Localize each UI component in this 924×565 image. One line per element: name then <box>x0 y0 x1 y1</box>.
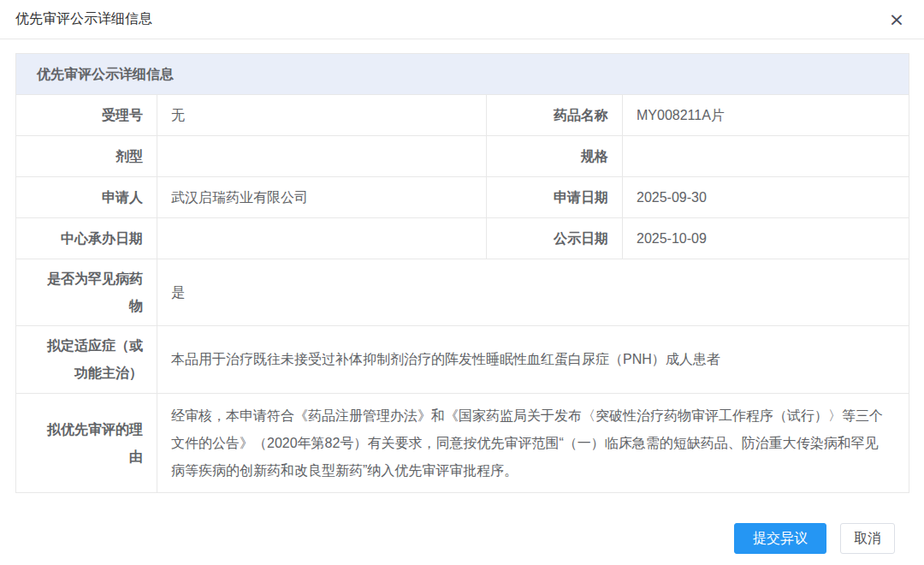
table-row: 受理号 无 药品名称 MY008211A片 <box>16 95 909 136</box>
field-label-rare-disease: 是否为罕见病药物 <box>16 259 157 326</box>
field-label-priority-reason: 拟优先审评的理由 <box>16 394 157 493</box>
field-label-center-date: 中心承办日期 <box>16 218 157 259</box>
table-row: 中心承办日期 公示日期 2025-10-09 <box>16 218 909 259</box>
dialog-titlebar: 优先审评公示详细信息 × <box>0 0 924 39</box>
field-value-priority-reason: 经审核，本申请符合《药品注册管理办法》和《国家药监局关于发布〈突破性治疗药物审评… <box>157 394 909 493</box>
field-label-dosage-form: 剂型 <box>16 136 157 177</box>
field-value-specification <box>623 136 909 177</box>
field-label-indication: 拟定适应症（或功能主治） <box>16 326 157 394</box>
priority-review-detail-dialog: 优先审评公示详细信息 × 优先审评公示详细信息 受理号 无 药品名称 MY008… <box>0 0 924 565</box>
detail-table: 优先审评公示详细信息 受理号 无 药品名称 MY008211A片 剂型 规格 申… <box>15 53 909 493</box>
field-value-rare-disease: 是 <box>157 259 909 326</box>
field-value-acceptance-no: 无 <box>157 95 487 136</box>
field-label-publicity-date: 公示日期 <box>487 218 623 259</box>
field-value-apply-date: 2025-09-30 <box>623 177 909 218</box>
field-label-apply-date: 申请日期 <box>487 177 623 218</box>
table-row: 是否为罕见病药物 是 <box>16 259 909 326</box>
field-value-dosage-form <box>157 136 487 177</box>
close-icon[interactable]: × <box>885 8 909 32</box>
table-row: 申请人 武汉启瑞药业有限公司 申请日期 2025-09-30 <box>16 177 909 218</box>
field-value-indication: 本品用于治疗既往未接受过补体抑制剂治疗的阵发性睡眠性血红蛋白尿症（PNH）成人患… <box>157 326 909 394</box>
table-row: 拟优先审评的理由 经审核，本申请符合《药品注册管理办法》和《国家药监局关于发布〈… <box>16 394 909 493</box>
table-row: 剂型 规格 <box>16 136 909 177</box>
submit-objection-button[interactable]: 提交异议 <box>734 523 826 554</box>
table-header-title: 优先审评公示详细信息 <box>16 54 909 95</box>
field-label-applicant: 申请人 <box>16 177 157 218</box>
dialog-footer: 提交异议 取消 <box>0 523 924 554</box>
field-value-center-date <box>157 218 487 259</box>
dialog-title: 优先审评公示详细信息 <box>15 10 152 28</box>
field-label-drug-name: 药品名称 <box>487 95 623 136</box>
field-value-applicant: 武汉启瑞药业有限公司 <box>157 177 487 218</box>
table-header-row: 优先审评公示详细信息 <box>16 54 909 95</box>
field-label-specification: 规格 <box>487 136 623 177</box>
field-value-drug-name: MY008211A片 <box>623 95 909 136</box>
field-label-acceptance-no: 受理号 <box>16 95 157 136</box>
table-row: 拟定适应症（或功能主治） 本品用于治疗既往未接受过补体抑制剂治疗的阵发性睡眠性血… <box>16 326 909 394</box>
cancel-button[interactable]: 取消 <box>840 523 895 554</box>
field-value-publicity-date: 2025-10-09 <box>623 218 909 259</box>
